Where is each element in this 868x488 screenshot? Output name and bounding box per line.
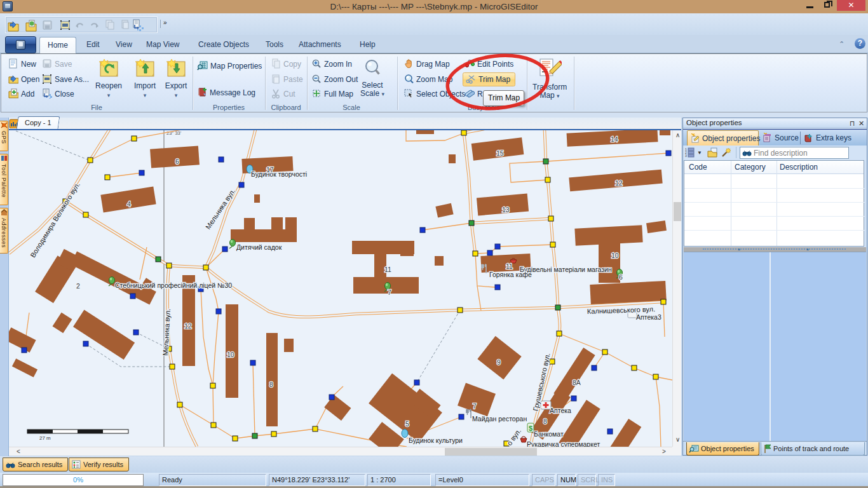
svg-text:27 m: 27 m	[39, 435, 51, 441]
svg-text:11: 11	[384, 266, 391, 273]
svg-text:5: 5	[405, 420, 409, 428]
svg-text:17: 17	[266, 166, 274, 173]
svg-text:Горянка кафе: Горянка кафе	[489, 271, 532, 278]
svg-text:6: 6	[175, 158, 179, 165]
svg-text:Будинок культури: Будинок культури	[409, 437, 463, 444]
svg-text:12: 12	[615, 179, 623, 187]
svg-text:$: $	[529, 424, 532, 432]
svg-text:6: 6	[619, 273, 623, 281]
svg-text:8: 8	[269, 381, 273, 388]
svg-text:15: 15	[496, 149, 504, 157]
svg-text:Рукавичка супермаркет: Рукавичка супермаркет	[527, 440, 600, 447]
svg-text:Банкомат: Банкомат	[534, 430, 564, 438]
svg-text:11: 11	[506, 262, 513, 270]
svg-text:3: 3	[685, 154, 687, 158]
svg-text:13: 13	[502, 206, 510, 214]
svg-text:Аптека3: Аптека3	[636, 313, 661, 321]
svg-text:Дитячий садок: Дитячий садок	[236, 243, 282, 251]
svg-text:Майдан ресторан: Майдан ресторан	[472, 415, 527, 423]
svg-text:Стебницький професійний ліцей: Стебницький професійний ліцей №30	[115, 281, 232, 289]
svg-text:7: 7	[388, 288, 391, 296]
svg-text:8: 8	[543, 417, 547, 425]
svg-text:2: 2	[76, 282, 80, 290]
svg-text:Аптека: Аптека	[550, 407, 571, 414]
svg-text:10: 10	[611, 252, 619, 259]
svg-text:10: 10	[227, 351, 234, 358]
svg-text:Будівельні матеріали магазин: Будівельні матеріали магазин	[520, 266, 612, 273]
svg-text:9: 9	[497, 358, 501, 366]
svg-text:14: 14	[611, 135, 618, 143]
svg-text:12: 12	[184, 322, 192, 330]
svg-text:7: 7	[473, 402, 477, 410]
svg-text:Будинок творчості: Будинок творчості	[251, 170, 307, 178]
svg-text:4: 4	[127, 200, 131, 208]
svg-text:8A: 8A	[573, 379, 581, 386]
